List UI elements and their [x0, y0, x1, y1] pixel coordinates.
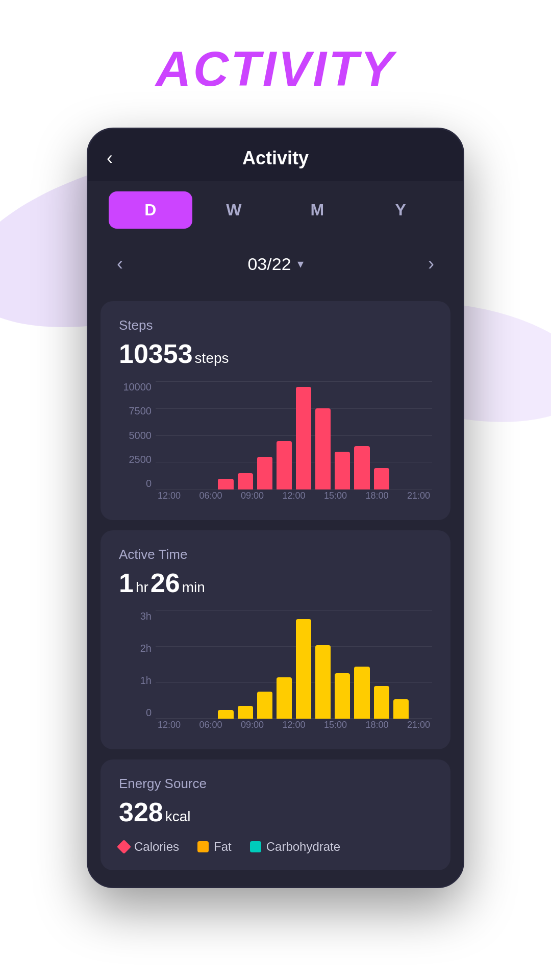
- x-label: 12:00: [158, 720, 181, 733]
- page-title: ACTIVITY: [156, 41, 395, 97]
- date-navigation: ‹ 03/22 ▾ ›: [88, 239, 463, 293]
- app-header: ‹ Activity: [88, 129, 463, 181]
- chart-bar: [315, 645, 331, 719]
- active-time-value: 1 hr 26 min: [119, 568, 432, 598]
- energy-value: 328 kcal: [119, 797, 432, 827]
- chart-bar: [218, 710, 233, 719]
- chart-bar: [335, 673, 350, 719]
- active-time-hr-unit: hr: [136, 579, 148, 596]
- active-time-min-unit: min: [182, 579, 205, 596]
- steps-chart-main: 12:00 06:00 09:00 12:00 15:00 18:00 21:0…: [156, 381, 432, 504]
- steps-label: Steps: [119, 317, 432, 333]
- steps-y-label-3: 7500: [129, 405, 152, 417]
- steps-card: Steps 10353 steps 10000 7500 5000 2500 0: [101, 301, 450, 520]
- date-next-button[interactable]: ›: [420, 249, 442, 279]
- chart-bar: [374, 468, 389, 489]
- calories-legend-icon: [117, 840, 131, 854]
- steps-bars: [156, 381, 432, 489]
- fat-legend-label: Fat: [214, 840, 232, 854]
- x-label: 21:00: [407, 491, 430, 504]
- date-display[interactable]: 03/22 ▾: [247, 254, 303, 274]
- tab-m[interactable]: M: [276, 191, 359, 229]
- energy-value-unit: kcal: [165, 808, 191, 825]
- legend-calories: Calories: [119, 840, 179, 854]
- chart-bar: [354, 446, 369, 489]
- active-y-label-3: 3h: [140, 610, 152, 622]
- steps-x-labels: 12:00 06:00 09:00 12:00 15:00 18:00 21:0…: [156, 491, 432, 504]
- energy-legend: Calories Fat Carbohydrate: [119, 840, 432, 854]
- x-label: 15:00: [324, 720, 347, 733]
- active-time-chart: 3h 2h 1h 0 12:00 06:0: [119, 610, 432, 733]
- chart-bar: [218, 479, 233, 489]
- x-label: 09:00: [241, 491, 264, 504]
- chart-bar: [374, 686, 389, 719]
- energy-value-main: 328: [119, 797, 163, 827]
- phone-container: ‹ Activity D W M Y ‹ 03/22 ▾ › Steps 103…: [87, 128, 464, 888]
- x-label: 06:00: [199, 720, 222, 733]
- carbohydrate-legend-icon: [250, 841, 261, 852]
- active-time-min: 26: [151, 568, 180, 598]
- chart-bar: [238, 706, 253, 719]
- chart-bar: [393, 699, 409, 719]
- chart-bar: [296, 619, 311, 719]
- chart-bar: [257, 692, 272, 719]
- x-label: 21:00: [407, 720, 430, 733]
- chart-bar: [257, 457, 272, 489]
- tab-w[interactable]: W: [192, 191, 276, 229]
- active-time-label: Active Time: [119, 547, 432, 562]
- x-label: 15:00: [324, 491, 347, 504]
- x-label: 12:00: [282, 720, 305, 733]
- tab-bar: D W M Y: [88, 181, 463, 239]
- active-y-label-0: 0: [146, 707, 152, 719]
- active-time-x-labels: 12:00 06:00 09:00 12:00 15:00 18:00 21:0…: [156, 720, 432, 733]
- chart-bar: [238, 473, 253, 489]
- steps-value: 10353 steps: [119, 338, 432, 369]
- tab-y[interactable]: Y: [359, 191, 443, 229]
- carbohydrate-legend-label: Carbohydrate: [266, 840, 340, 854]
- x-label: 12:00: [282, 491, 305, 504]
- date-prev-button[interactable]: ‹: [109, 249, 131, 279]
- active-y-label-1: 1h: [140, 675, 152, 687]
- active-y-label-2: 2h: [140, 643, 152, 654]
- chart-bar: [354, 667, 369, 719]
- calories-legend-label: Calories: [134, 840, 179, 854]
- x-label: 18:00: [365, 720, 388, 733]
- current-date: 03/22: [247, 254, 291, 274]
- steps-y-label-4: 10000: [123, 381, 152, 393]
- header-title: Activity: [242, 148, 309, 169]
- x-label: 18:00: [365, 491, 388, 504]
- chart-bar: [335, 452, 350, 489]
- chart-bar: [277, 677, 292, 719]
- active-time-bars: [156, 610, 432, 719]
- date-dropdown-icon: ▾: [297, 257, 304, 271]
- steps-y-labels: 10000 7500 5000 2500 0: [119, 381, 156, 489]
- tab-d[interactable]: D: [109, 191, 192, 229]
- x-label: 06:00: [199, 491, 222, 504]
- energy-source-card: Energy Source 328 kcal Calories Fat Carb…: [101, 760, 450, 870]
- chart-bar: [315, 408, 331, 489]
- fat-legend-icon: [197, 841, 209, 852]
- chart-bar: [296, 387, 311, 489]
- active-time-chart-main: 12:00 06:00 09:00 12:00 15:00 18:00 21:0…: [156, 610, 432, 733]
- active-time-card: Active Time 1 hr 26 min 3h 2h 1h 0: [101, 530, 450, 749]
- phone-content: Steps 10353 steps 10000 7500 5000 2500 0: [88, 293, 463, 887]
- energy-label: Energy Source: [119, 776, 432, 792]
- steps-y-label-1: 2500: [129, 454, 152, 465]
- legend-fat: Fat: [197, 840, 232, 854]
- x-label: 09:00: [241, 720, 264, 733]
- active-time-hour: 1: [119, 568, 134, 598]
- steps-value-main: 10353: [119, 338, 193, 369]
- back-button[interactable]: ‹: [107, 148, 113, 169]
- x-label: 12:00: [158, 491, 181, 504]
- steps-chart: 10000 7500 5000 2500 0: [119, 381, 432, 504]
- chart-bar: [277, 441, 292, 489]
- steps-value-unit: steps: [195, 350, 229, 366]
- steps-y-label-2: 5000: [129, 430, 152, 442]
- steps-y-label-0: 0: [146, 478, 152, 489]
- legend-carbohydrate: Carbohydrate: [250, 840, 340, 854]
- active-time-y-labels: 3h 2h 1h 0: [119, 610, 156, 719]
